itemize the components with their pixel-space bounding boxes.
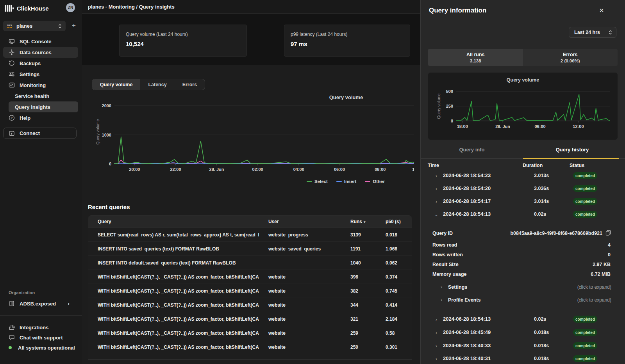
status-badge: completed [573, 211, 597, 218]
sidebar-item-help[interactable]: ? Help [3, 112, 78, 123]
sidebar-item-label: Service health [15, 93, 49, 99]
active-tab-underline [523, 158, 619, 159]
expand-hint: (click to expand) [577, 297, 611, 303]
status-badge: completed [573, 329, 597, 336]
integrations-label: Integrations [20, 325, 48, 330]
sidebar-item-settings[interactable]: Settings [3, 69, 78, 80]
stat-label: p99 latency (Last 24 hours) [291, 32, 404, 37]
chart-tabs: Query volume Latency Errors [92, 79, 205, 90]
connect-button[interactable]: Connect [3, 128, 77, 139]
panel-tabs: Query info Query history [421, 144, 625, 159]
chevron-right-icon: › [68, 300, 70, 307]
chevron-up-down-icon [609, 30, 612, 35]
panel-divider [421, 22, 625, 22]
svg-text:250: 250 [446, 104, 453, 108]
brand-row: ClickHouse ZN [5, 3, 79, 13]
avatar[interactable]: ZN [66, 3, 75, 12]
sidebar-item-backups[interactable]: Backups [3, 58, 78, 69]
status-dot-icon [9, 346, 12, 349]
errors-segment[interactable]: Errors 2 (0.06%) [523, 49, 618, 66]
memory-usage-label: Memory usage [432, 272, 467, 277]
svg-text:28. Jun: 28. Jun [495, 124, 510, 129]
table-row[interactable]: WITH bitShiftLeft(CAST(?..), _CAST(?..))… [88, 340, 412, 354]
query-id-label: Query ID [432, 231, 453, 236]
col-user: User [259, 219, 341, 224]
chart-legend: Select Insert Other [307, 179, 385, 184]
table-row[interactable]: WITH bitShiftLeft(CAST(?..), _CAST(?..))… [88, 270, 412, 284]
svg-text:?: ? [11, 116, 13, 120]
legend-item-other[interactable]: Other [365, 179, 385, 184]
time-range-value: Last 24 hrs [574, 30, 600, 35]
chevron-right-icon[interactable]: › [434, 199, 439, 204]
expand-hint: (click to expand) [577, 284, 611, 290]
tab-query-history[interactable]: Query history [533, 147, 611, 153]
chevron-right-icon: › [441, 297, 442, 303]
sidebar-item-monitoring[interactable]: Monitoring [3, 80, 78, 91]
sidebar-item-service-health[interactable]: Service health [3, 91, 78, 101]
system-status-item[interactable]: All systems operational [3, 343, 79, 353]
copy-icon[interactable] [605, 230, 611, 236]
monitoring-icon [9, 82, 15, 88]
service-selector[interactable]: aws planes [3, 21, 66, 31]
recent-queries-title: Recent queries [88, 204, 130, 210]
chat-support-item[interactable]: Chat with support [3, 332, 79, 343]
panel-title: Query information [429, 7, 486, 14]
table-row[interactable]: SELECT sum(read_rows) AS r, sum(total_ro… [88, 227, 412, 241]
col-time: Time [428, 163, 439, 168]
organization-label: Organization [9, 290, 35, 295]
chevron-right-icon[interactable]: › [434, 330, 439, 336]
chevron-right-icon[interactable]: › [434, 343, 439, 349]
chevron-down-icon[interactable]: ⌄ [434, 212, 439, 217]
legend-item-insert[interactable]: Insert [336, 179, 356, 184]
chevron-right-icon[interactable]: › [434, 186, 439, 192]
table-row[interactable]: WITH bitShiftLeft(CAST(?..), _CAST(?..))… [88, 298, 412, 312]
chevron-right-icon[interactable]: › [434, 317, 439, 322]
service-name: planes [16, 23, 58, 29]
stat-value: 10,524 [126, 41, 240, 47]
svg-text:06:00: 06:00 [334, 167, 345, 172]
clickhouse-logo-icon [5, 5, 14, 12]
select-series-swatch [307, 181, 312, 182]
organization-name: ADSB.exposed [20, 301, 56, 307]
sidebar-item-query-insights[interactable]: Query insights [9, 101, 78, 112]
svg-text:12:00: 12:00 [573, 124, 584, 129]
legend-item-select[interactable]: Select [307, 179, 328, 184]
stat-label: Query volume (Last 24 hours) [126, 32, 240, 37]
sort-desc-icon: ▾ [364, 220, 366, 224]
sidebar-item-label: Settings [20, 71, 39, 77]
tab-errors[interactable]: Errors [175, 79, 205, 90]
sidebar-item-label: Help [20, 115, 30, 121]
memory-usage-value: 6.72 MiB [591, 272, 611, 277]
all-runs-segment[interactable]: All runs 3,138 [428, 49, 523, 66]
table-row[interactable]: INSERT INTO default.saved_queries (text)… [88, 256, 412, 270]
chevron-right-icon[interactable]: › [434, 356, 439, 362]
stats-band: Query volume (Last 24 hours) 10,524 p99 … [82, 14, 420, 65]
integrations-icon [9, 324, 15, 330]
add-service-button[interactable]: + [70, 21, 78, 30]
svg-text:10:00: 10:00 [412, 167, 414, 172]
table-row[interactable]: WITH bitShiftLeft(CAST(?..), _CAST(?..))… [88, 326, 412, 340]
integrations-item[interactable]: Integrations [3, 322, 79, 332]
tab-query-volume[interactable]: Query volume [92, 79, 140, 90]
chevron-up-down-icon [58, 24, 62, 28]
organization-row[interactable]: ADSB.exposed › [3, 298, 77, 309]
svg-text:aws: aws [7, 24, 12, 27]
svg-text:08:00: 08:00 [375, 167, 386, 172]
sidebar-item-label: SQL Console [20, 39, 51, 44]
table-row[interactable]: WITH bitShiftLeft(CAST(?..), _CAST(?..))… [88, 284, 412, 298]
sidebar-item-sql-console[interactable]: SQL Console [3, 36, 78, 47]
col-duration: Duration [523, 163, 543, 168]
tab-query-info[interactable]: Query info [433, 147, 511, 153]
col-runs[interactable]: Runs▾ [341, 219, 376, 224]
sidebar-divider [0, 315, 82, 316]
sidebar-item-data-sources[interactable]: Data sources [3, 47, 78, 58]
close-icon[interactable]: ✕ [597, 6, 606, 15]
result-size-label: Result Size [432, 262, 459, 267]
col-p50: p50 (s) [376, 219, 412, 224]
time-range-dropdown[interactable]: Last 24 hrs [569, 27, 616, 38]
tab-latency[interactable]: Latency [140, 79, 174, 90]
chevron-right-icon[interactable]: › [434, 173, 439, 179]
table-row[interactable]: INSERT INTO saved_queries (text) FORMAT … [88, 241, 412, 256]
table-row[interactable]: WITH bitShiftLeft(CAST(?..), _CAST(?..))… [88, 312, 412, 326]
chat-support-label: Chat with support [20, 335, 63, 341]
